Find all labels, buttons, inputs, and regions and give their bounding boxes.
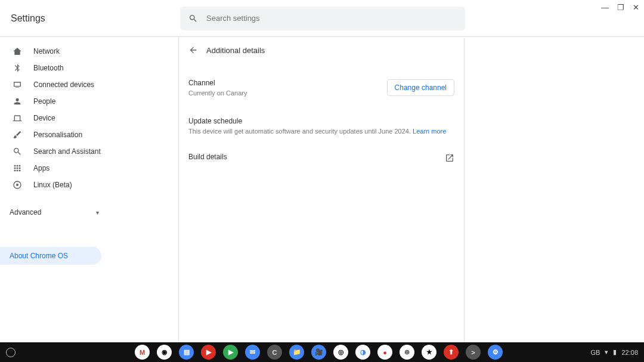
laptop-icon — [12, 113, 23, 123]
network-icon — [12, 46, 23, 57]
search-icon — [188, 14, 198, 23]
taskbar-app-terminal[interactable]: C — [267, 345, 282, 360]
system-tray[interactable]: GB ▾ ▮ 22:08 — [591, 348, 638, 356]
devices-icon — [12, 79, 23, 90]
tray-battery-icon: ▮ — [613, 348, 617, 356]
sidebar-item-label: Connected devices — [33, 81, 94, 89]
taskbar-app-shell[interactable]: > — [466, 345, 481, 360]
window-controls: — ❐ ✕ — [601, 3, 639, 12]
tray-dropdown-icon[interactable]: ▾ — [605, 348, 608, 356]
sidebar-item-label: Apps — [33, 164, 49, 172]
taskbar-app-settings[interactable]: ⚙ — [488, 345, 503, 360]
sidebar-item-brush[interactable]: Personalisation — [0, 126, 178, 143]
build-details-label: Build details — [188, 153, 227, 161]
change-channel-button[interactable]: Change channel — [387, 79, 454, 96]
learn-more-link[interactable]: Learn more — [413, 128, 446, 135]
taskbar-apps: M◉▤▶▶✉C📁🎥◎◑●⊕★⬆>⚙ — [135, 345, 503, 360]
launcher-button[interactable] — [6, 348, 16, 357]
sidebar-item-label: People — [33, 97, 55, 106]
search-bar[interactable] — [180, 7, 465, 30]
taskbar-app-app5[interactable]: ★ — [422, 345, 436, 360]
taskbar: M◉▤▶▶✉C📁🎥◎◑●⊕★⬆>⚙ GB ▾ ▮ 22:08 — [0, 342, 644, 362]
taskbar-app-messages[interactable]: ✉ — [245, 345, 260, 360]
sidebar-item-devices[interactable]: Connected devices — [0, 76, 178, 93]
sidebar-item-laptop[interactable]: Device — [0, 110, 178, 126]
tray-time: 22:08 — [621, 349, 638, 356]
apps-icon — [12, 163, 23, 174]
channel-subtitle: Currently on Canary — [188, 89, 247, 97]
app-title: Settings — [10, 13, 45, 24]
page-header: Additional details — [188, 38, 454, 62]
chevron-down-icon: ▾ — [96, 209, 99, 216]
sidebar-item-network[interactable]: Network — [0, 43, 178, 60]
taskbar-app-app3[interactable]: ● — [377, 345, 392, 360]
sidebar-item-label: Personalisation — [33, 131, 82, 139]
svg-point-2 — [16, 184, 18, 186]
update-schedule-text: This device will get automatic software … — [188, 128, 454, 135]
taskbar-app-app4[interactable]: ⊕ — [400, 345, 414, 360]
header: Settings — [0, 0, 644, 37]
sidebar-item-label: Search and Assistant — [33, 147, 101, 156]
update-schedule-section: Update schedule This device will get aut… — [188, 112, 454, 140]
close-button[interactable]: ✕ — [633, 3, 639, 12]
taskbar-app-app6[interactable]: ⬆ — [444, 345, 459, 360]
tray-lang[interactable]: GB — [591, 349, 600, 356]
update-schedule-title: Update schedule — [188, 117, 454, 125]
taskbar-app-docs[interactable]: ▤ — [179, 345, 194, 360]
sidebar-item-label: Device — [33, 114, 55, 122]
sidebar-item-bluetooth[interactable]: Bluetooth — [0, 60, 178, 76]
sidebar-advanced-label: Advanced — [10, 208, 41, 216]
sidebar-item-label: Bluetooth — [33, 64, 64, 72]
back-arrow-icon[interactable] — [188, 45, 198, 55]
sidebar-item-linux[interactable]: Linux (Beta) — [0, 177, 178, 193]
brush-icon — [12, 129, 23, 140]
channel-section: Channel Currently on Canary Change chann… — [188, 74, 454, 101]
sidebar-item-label: Linux (Beta) — [33, 181, 72, 189]
sidebar-item-apps[interactable]: Apps — [0, 160, 178, 177]
sidebar-item-person[interactable]: People — [0, 93, 178, 110]
taskbar-app-app1[interactable]: ◎ — [333, 345, 348, 360]
build-details-row[interactable]: Build details — [188, 153, 454, 163]
open-external-icon — [445, 153, 454, 163]
maximize-button[interactable]: ❐ — [617, 3, 624, 12]
taskbar-app-play[interactable]: ▶ — [223, 345, 238, 360]
taskbar-app-gmail[interactable]: M — [135, 345, 150, 360]
sidebar-item-label: Network — [33, 47, 60, 55]
taskbar-app-app2[interactable]: ◑ — [355, 345, 370, 360]
person-icon — [12, 96, 23, 107]
search-icon — [12, 146, 23, 157]
linux-icon — [12, 180, 23, 190]
bluetooth-icon — [12, 63, 23, 73]
sidebar-item-search[interactable]: Search and Assistant — [0, 143, 178, 160]
taskbar-app-chrome[interactable]: ◉ — [157, 345, 172, 360]
main-content: Additional details Channel Currently on … — [179, 37, 644, 342]
page-title: Additional details — [206, 46, 265, 55]
svg-rect-0 — [16, 87, 20, 88]
search-input[interactable] — [206, 14, 457, 23]
sidebar: NetworkBluetoothConnected devicesPeopleD… — [0, 37, 179, 342]
taskbar-app-youtube[interactable]: ▶ — [201, 345, 216, 360]
channel-title: Channel — [188, 79, 247, 87]
minimize-button[interactable]: — — [601, 3, 609, 12]
sidebar-about-chrome-os[interactable]: About Chrome OS — [0, 247, 101, 265]
taskbar-app-zoom[interactable]: 🎥 — [311, 345, 326, 360]
taskbar-app-files[interactable]: 📁 — [289, 345, 304, 360]
sidebar-advanced[interactable]: Advanced ▾ — [0, 204, 178, 221]
